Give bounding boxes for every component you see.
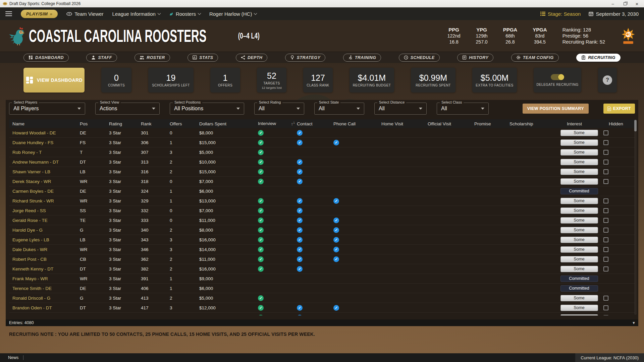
- view-position-summary-button[interactable]: VIEW POSITION SUMMARY: [523, 104, 589, 114]
- table-row[interactable]: Derek Stacey - WR WR 3 Star 318 0 $7,000…: [9, 177, 635, 186]
- interest-badge[interactable]: Some: [560, 256, 598, 262]
- select-positions-dropdown[interactable]: Select Positions All Positions: [170, 103, 244, 115]
- recruit-name-link[interactable]: Gerald Rose - TE: [12, 218, 80, 223]
- interest-badge[interactable]: Some: [560, 217, 598, 224]
- table-row[interactable]: Eugene Lyles - LB LB 3 Star 343 3 $16,00…: [9, 235, 635, 245]
- hidden-checkbox[interactable]: [603, 160, 608, 165]
- recruit-name-link[interactable]: Albert Adams - FS: [12, 315, 80, 316]
- recruit-name-link[interactable]: Howard Woodall - DE: [12, 130, 80, 135]
- col-hidden[interactable]: Hidden: [600, 121, 635, 126]
- nav-team-viewer[interactable]: Team Viewer: [66, 11, 103, 17]
- scrollbar-thumb[interactable]: [634, 120, 637, 131]
- table-row[interactable]: Shawn Varner - LB LB 3 Star 316 2 $15,00…: [9, 167, 635, 177]
- col-dollars-spent[interactable]: Dollars Spent: [199, 121, 258, 126]
- interest-badge[interactable]: Some: [560, 295, 598, 301]
- table-row[interactable]: Jorge Reed - SS SS 3 Star 332 0 $7,000 ✓…: [9, 206, 635, 216]
- scroll-down-arrow-icon[interactable]: ▼: [632, 321, 636, 325]
- hidden-checkbox[interactable]: [603, 237, 608, 242]
- recruit-name-link[interactable]: Carmen Boyles - DE: [12, 189, 80, 194]
- table-row[interactable]: Harold Dye - G G 3 Star 340 2 $8,000 ✓ ✓…: [9, 225, 635, 235]
- col-rank[interactable]: Rank: [141, 121, 170, 126]
- hidden-checkbox[interactable]: [603, 130, 608, 135]
- help-button[interactable]: ?: [603, 75, 612, 85]
- select-players-dropdown[interactable]: Select Players All Players: [9, 103, 85, 115]
- tab-dashboard[interactable]: DASHBOARD: [23, 54, 69, 62]
- recruit-name-link[interactable]: Ronald Driscoll - G: [12, 296, 80, 301]
- table-row[interactable]: Terence Smith - DE DE 3 Star 406 1 $6,00…: [9, 284, 635, 293]
- select-class-dropdown[interactable]: Select Class All: [437, 103, 489, 115]
- col-home-visit[interactable]: Home Visit: [381, 121, 428, 126]
- recruit-name-link[interactable]: Robert Post - CB: [12, 257, 80, 262]
- select-state-dropdown[interactable]: Select State All: [314, 103, 364, 115]
- col-promise[interactable]: Promise: [474, 121, 509, 126]
- nav-coach[interactable]: Roger Harlow (HC): [209, 11, 257, 17]
- minimize-icon[interactable]: –: [610, 1, 615, 6]
- tab-stats[interactable]: STATS: [187, 54, 218, 62]
- nav-league-information[interactable]: League Information: [112, 11, 160, 17]
- table-row[interactable]: Andrew Neumann - DT DT 3 Star 313 2 $10,…: [9, 157, 635, 167]
- interest-badge[interactable]: Some: [560, 246, 598, 253]
- select-view-dropdown[interactable]: Select View Actions: [95, 103, 160, 115]
- hidden-checkbox[interactable]: [603, 208, 608, 213]
- table-row[interactable]: Frank Mayo - WR WR 3 Star 391 1 $9,000 ✓…: [9, 274, 635, 284]
- col-name[interactable]: Name: [12, 121, 80, 126]
- tab-staff[interactable]: STAFF: [86, 54, 117, 62]
- interest-badge[interactable]: Some: [560, 305, 598, 311]
- news-ticker-label[interactable]: News: [0, 355, 23, 360]
- recruit-name-link[interactable]: Kenneth Kenny - DT: [12, 266, 80, 272]
- table-row[interactable]: Howard Woodall - DE DE 3 Star 301 0 $8,0…: [9, 128, 635, 138]
- table-row[interactable]: Robert Post - CB CB 3 Star 362 2 $11,000…: [9, 254, 635, 264]
- recruit-name-link[interactable]: Duane Hundley - FS: [12, 140, 80, 145]
- interest-badge[interactable]: Some: [560, 266, 598, 272]
- table-row[interactable]: Dale Dukes - WR WR 3 Star 346 3 $14,000 …: [9, 245, 635, 254]
- hidden-checkbox[interactable]: [603, 247, 608, 252]
- hidden-checkbox[interactable]: [603, 169, 608, 174]
- hidden-checkbox[interactable]: [603, 218, 608, 223]
- interest-badge[interactable]: Some: [560, 178, 598, 185]
- interest-badge[interactable]: Committed: [560, 285, 598, 292]
- interest-badge[interactable]: Some: [560, 130, 598, 136]
- table-row[interactable]: Gerald Rose - TE TE 3 Star 333 0 $11,000…: [9, 216, 635, 225]
- col-interview[interactable]: Interview ↑1: [258, 121, 297, 126]
- table-row[interactable]: Duane Hundley - FS FS 3 Star 306 1 $15,0…: [9, 138, 635, 147]
- hidden-checkbox[interactable]: [603, 198, 608, 203]
- interest-badge[interactable]: Some: [560, 227, 598, 233]
- tab-depth[interactable]: DEPTH: [236, 54, 267, 62]
- col-contact[interactable]: Contact: [297, 121, 333, 126]
- interest-badge[interactable]: Some: [560, 139, 598, 146]
- table-row[interactable]: Albert Adams - FS FS 3 Star 423 1 $14,00…: [9, 313, 635, 315]
- recruit-name-link[interactable]: Jorge Reed - SS: [12, 208, 80, 213]
- table-row[interactable]: Rob Roney - T T 3 Star 307 3 $5,000 ✓ ✓ …: [9, 147, 635, 157]
- recruit-name-link[interactable]: Dale Dukes - WR: [12, 247, 80, 252]
- recruit-name-link[interactable]: Brandon Oden - DT: [12, 305, 80, 310]
- interest-badge[interactable]: Some: [560, 237, 598, 243]
- nav-roosters[interactable]: Roosters: [169, 11, 201, 17]
- interest-badge[interactable]: Some: [560, 169, 598, 175]
- tab-recruiting[interactable]: RECRUITING: [576, 54, 621, 62]
- hidden-checkbox[interactable]: [603, 266, 608, 272]
- close-icon[interactable]: ×: [635, 1, 639, 7]
- hidden-checkbox[interactable]: [603, 150, 608, 155]
- recruit-name-link[interactable]: Shawn Varner - LB: [12, 169, 80, 174]
- tab-roster[interactable]: ROSTER: [135, 54, 170, 62]
- interest-badge[interactable]: Committed: [560, 276, 598, 282]
- hidden-checkbox[interactable]: [603, 315, 608, 316]
- col-rating[interactable]: Rating: [109, 121, 141, 126]
- interest-badge[interactable]: Some: [560, 198, 598, 204]
- col-pos[interactable]: Pos: [80, 121, 109, 126]
- restore-icon[interactable]: [623, 1, 627, 6]
- recruit-name-link[interactable]: Harold Dye - G: [12, 228, 80, 233]
- table-scrollbar[interactable]: [634, 119, 637, 315]
- hidden-checkbox[interactable]: [603, 179, 608, 184]
- interest-badge[interactable]: Some: [560, 159, 598, 165]
- hidden-checkbox[interactable]: [603, 257, 608, 262]
- menu-icon[interactable]: [5, 11, 12, 16]
- recruit-name-link[interactable]: Rob Roney - T: [12, 150, 80, 155]
- select-rating-dropdown[interactable]: Select Rating All: [254, 103, 304, 115]
- recruit-name-link[interactable]: Andrew Neumann - DT: [12, 160, 80, 165]
- view-dashboard-button[interactable]: VIEW DASHBOARD: [23, 68, 85, 93]
- hidden-checkbox[interactable]: [603, 228, 608, 233]
- table-row[interactable]: Richard Strunk - WR WR 3 Star 329 1 $13,…: [9, 196, 635, 206]
- recruit-name-link[interactable]: Frank Mayo - WR: [12, 276, 80, 281]
- recruit-name-link[interactable]: Eugene Lyles - LB: [12, 237, 80, 242]
